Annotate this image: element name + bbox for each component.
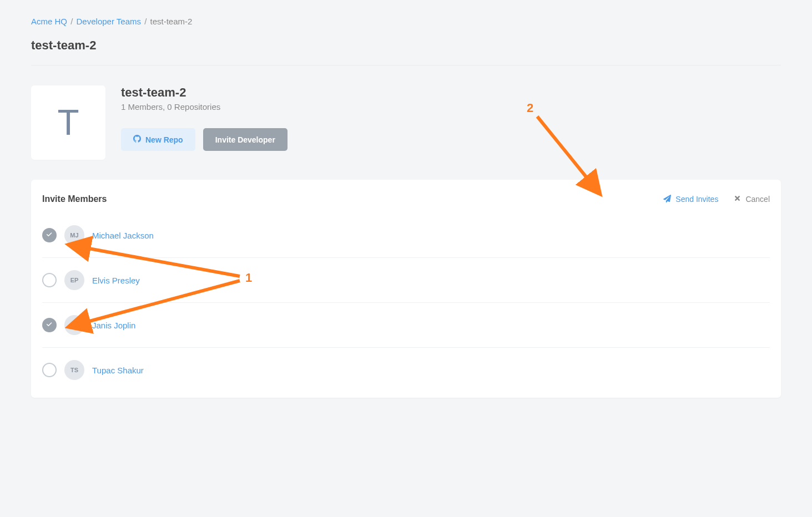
member-avatar: MJ: [64, 225, 84, 245]
breadcrumb-section-link[interactable]: Developer Teams: [77, 17, 141, 26]
member-row: TSTupac Shakur: [42, 347, 770, 392]
github-icon: [133, 135, 141, 144]
invite-panel-title: Invite Members: [42, 194, 107, 204]
breadcrumb-current: test-team-2: [150, 17, 193, 26]
member-avatar: JJ: [64, 315, 84, 335]
breadcrumb-sep: /: [70, 17, 73, 26]
send-invites-button[interactable]: Send Invites: [663, 195, 718, 204]
invite-developer-label: Invite Developer: [215, 135, 275, 144]
new-repo-button[interactable]: New Repo: [121, 128, 195, 151]
divider: [31, 65, 781, 65]
team-buttons: New Repo Invite Developer: [121, 128, 288, 151]
team-header: T test-team-2 1 Members, 0 Repositories …: [31, 85, 781, 160]
member-name-link[interactable]: Elvis Presley: [92, 276, 140, 285]
cancel-label: Cancel: [745, 195, 770, 204]
checkbox-empty-icon[interactable]: [42, 363, 57, 377]
team-avatar: T: [31, 85, 105, 160]
member-avatar: EP: [64, 270, 84, 290]
member-row: JJJanis Joplin: [42, 302, 770, 347]
breadcrumb-org-link[interactable]: Acme HQ: [31, 17, 67, 26]
invite-developer-button[interactable]: Invite Developer: [203, 128, 288, 151]
breadcrumb-sep: /: [144, 17, 147, 26]
member-row: MJMichael Jackson: [42, 220, 770, 257]
invite-panel-head: Invite Members Send Invites Cancel: [42, 194, 770, 204]
checkbox-checked-icon[interactable]: [42, 318, 57, 332]
team-info: test-team-2 1 Members, 0 Repositories Ne…: [121, 85, 288, 151]
new-repo-label: New Repo: [145, 135, 183, 144]
send-invites-label: Send Invites: [675, 195, 718, 204]
paper-plane-icon: [663, 195, 671, 204]
page-title: test-team-2: [31, 38, 781, 53]
team-subtitle: 1 Members, 0 Repositories: [121, 102, 288, 111]
member-list: MJMichael JacksonEPElvis PresleyJJJanis …: [42, 220, 770, 392]
member-name-link[interactable]: Michael Jackson: [92, 231, 154, 240]
member-name-link[interactable]: Janis Joplin: [92, 321, 135, 330]
breadcrumb: Acme HQ / Developer Teams / test-team-2: [31, 17, 781, 26]
invite-panel: Invite Members Send Invites Cancel MJMic…: [31, 180, 781, 398]
team-name: test-team-2: [121, 85, 288, 100]
checkbox-empty-icon[interactable]: [42, 273, 57, 287]
member-avatar: TS: [64, 360, 84, 380]
member-row: EPElvis Presley: [42, 257, 770, 302]
checkbox-checked-icon[interactable]: [42, 228, 57, 242]
invite-panel-actions: Send Invites Cancel: [663, 195, 770, 204]
close-icon: [734, 195, 741, 204]
member-name-link[interactable]: Tupac Shakur: [92, 366, 144, 375]
cancel-button[interactable]: Cancel: [734, 195, 770, 204]
